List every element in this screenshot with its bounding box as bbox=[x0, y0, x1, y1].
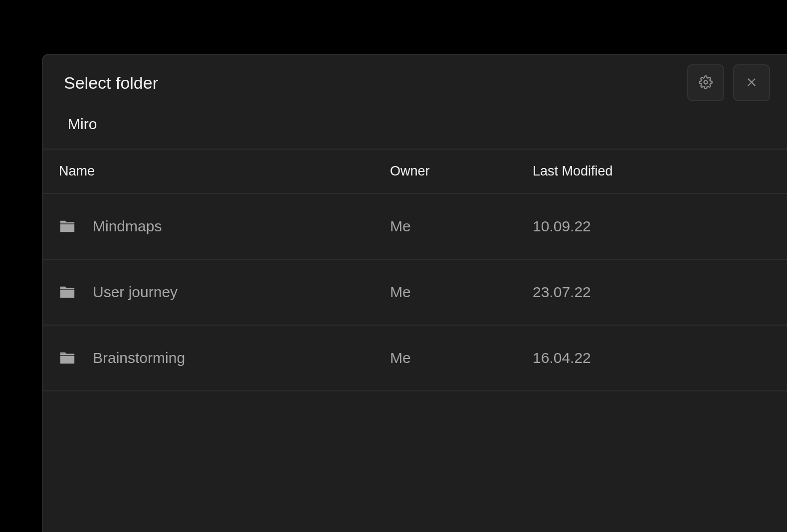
cell-modified: 23.07.22 bbox=[533, 259, 787, 325]
folder-name: Brainstorming bbox=[93, 350, 185, 366]
table-row[interactable]: Mindmaps Me 10.09.22 bbox=[43, 193, 787, 259]
dialog-header: Select folder bbox=[43, 55, 787, 100]
cell-name: Brainstorming bbox=[43, 325, 390, 391]
cell-name: Mindmaps bbox=[43, 193, 390, 259]
cell-modified: 10.09.22 bbox=[533, 193, 787, 259]
column-header-owner[interactable]: Owner bbox=[390, 149, 533, 193]
folder-name: Mindmaps bbox=[93, 218, 162, 235]
cell-owner: Me bbox=[390, 259, 533, 325]
folder-name: User journey bbox=[93, 284, 178, 301]
breadcrumb: Miro bbox=[43, 100, 787, 149]
close-button[interactable] bbox=[733, 64, 770, 101]
select-folder-dialog: Select folder Miro bbox=[42, 54, 787, 532]
breadcrumb-current[interactable]: Miro bbox=[68, 116, 97, 132]
folder-icon bbox=[59, 350, 76, 366]
settings-button[interactable] bbox=[687, 64, 724, 101]
close-icon bbox=[745, 76, 758, 90]
table-row[interactable]: Brainstorming Me 16.04.22 bbox=[43, 325, 787, 391]
folder-table: Name Owner Last Modified Mindmaps Me 10.… bbox=[43, 149, 787, 391]
cell-owner: Me bbox=[390, 325, 533, 391]
table-header-row: Name Owner Last Modified bbox=[43, 149, 787, 193]
gear-icon bbox=[699, 75, 713, 91]
dialog-title: Select folder bbox=[64, 73, 158, 93]
table-row[interactable]: User journey Me 23.07.22 bbox=[43, 259, 787, 325]
folder-icon bbox=[59, 284, 76, 301]
header-actions bbox=[687, 64, 770, 101]
folder-icon bbox=[59, 218, 76, 235]
column-header-name[interactable]: Name bbox=[43, 149, 390, 193]
cell-name: User journey bbox=[43, 259, 390, 325]
column-header-modified[interactable]: Last Modified bbox=[533, 149, 787, 193]
svg-point-0 bbox=[704, 80, 708, 84]
cell-owner: Me bbox=[390, 193, 533, 259]
cell-modified: 16.04.22 bbox=[533, 325, 787, 391]
